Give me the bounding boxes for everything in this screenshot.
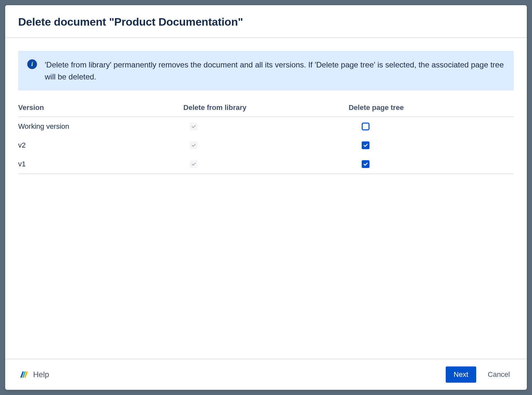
versions-table: Version Delete from library Delete page … — [18, 103, 514, 174]
version-name: Working version — [18, 122, 183, 131]
col-header-delete-from-library: Delete from library — [183, 103, 348, 112]
cancel-button[interactable]: Cancel — [485, 366, 513, 383]
table-row: v2 — [18, 136, 514, 155]
delete-from-library-checkbox — [190, 141, 198, 149]
col-header-delete-page-tree: Delete page tree — [349, 103, 514, 112]
table-row: Working version — [18, 117, 514, 136]
delete-page-tree-checkbox[interactable] — [362, 141, 369, 149]
version-name: v2 — [18, 141, 183, 150]
delete-from-library-checkbox — [190, 123, 198, 130]
delete-from-library-checkbox — [190, 160, 198, 168]
version-name: v1 — [18, 160, 183, 168]
dialog-title: Delete document "Product Documentation" — [18, 16, 514, 28]
info-message: 'Delete from library' permanently remove… — [45, 59, 505, 83]
help-link[interactable]: Help — [19, 370, 49, 379]
delete-page-tree-checkbox[interactable] — [362, 160, 369, 168]
dialog-body: i 'Delete from library' permanently remo… — [5, 38, 527, 359]
col-header-version: Version — [18, 103, 183, 112]
info-banner: i 'Delete from library' permanently remo… — [18, 51, 514, 90]
delete-page-tree-checkbox[interactable] — [362, 123, 369, 130]
help-label: Help — [33, 370, 49, 379]
delete-document-dialog: Delete document "Product Documentation" … — [5, 5, 527, 390]
dialog-footer: Help Next Cancel — [5, 359, 527, 390]
footer-actions: Next Cancel — [446, 366, 513, 383]
dialog-header: Delete document "Product Documentation" — [5, 5, 527, 38]
table-header-row: Version Delete from library Delete page … — [18, 103, 514, 117]
table-row: v1 — [18, 155, 514, 174]
info-icon: i — [27, 59, 37, 69]
help-icon — [19, 370, 29, 379]
next-button[interactable]: Next — [446, 366, 476, 383]
